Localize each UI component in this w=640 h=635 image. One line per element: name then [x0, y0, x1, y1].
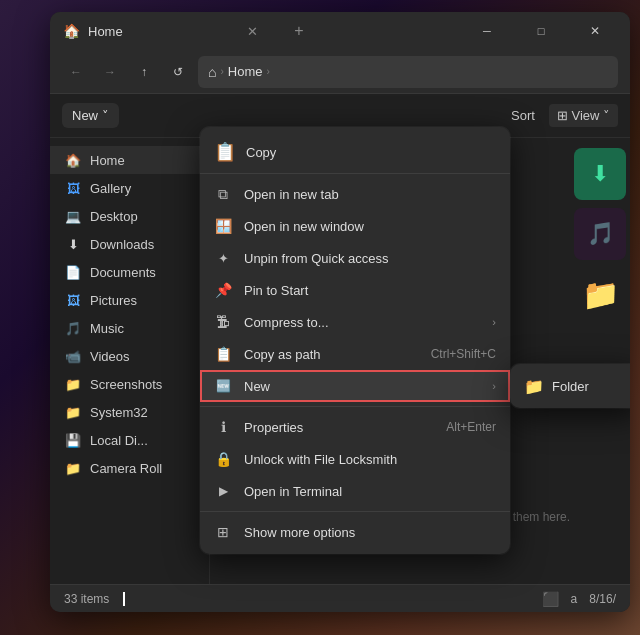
ctx-compress-to[interactable]: 🗜 Compress to... › [200, 306, 510, 338]
copy-top-icon: 📋 [214, 141, 236, 163]
sidebar-item-downloads[interactable]: ⬇ Downloads [50, 230, 209, 258]
sidebar-item-gallery[interactable]: 🖼 Gallery [50, 174, 209, 202]
sidebar-localdisk-label: Local Di... [90, 433, 148, 448]
open-new-tab-label: Open in new tab [244, 187, 496, 202]
file-explorer-window: 🏠 Home ✕ + ─ □ ✕ ← → ↑ ↺ ⌂ › Home › New … [50, 12, 630, 612]
ctx-open-new-tab[interactable]: ⧉ Open in new tab [200, 178, 510, 210]
sidebar-item-system32[interactable]: 📁 System32 [50, 398, 209, 426]
breadcrumb-sep2: › [267, 66, 270, 77]
unpin-label: Unpin from Quick access [244, 251, 496, 266]
address-breadcrumb[interactable]: ⌂ › Home › [198, 56, 618, 88]
sidebar: 🏠 Home 🖼 Gallery 💻 Desktop ⬇ Downloads 📄… [50, 138, 210, 584]
sidebar-item-videos[interactable]: 📹 Videos [50, 342, 209, 370]
statusbar-time: 8/16/ [589, 592, 616, 606]
up-button[interactable]: ↑ [130, 58, 158, 86]
ctx-show-more-options[interactable]: ⊞ Show more options [200, 516, 510, 548]
ctx-separator2 [200, 511, 510, 512]
sidebar-item-pictures[interactable]: 🖼 Pictures [50, 286, 209, 314]
view-label[interactable]: ⊞ View ˅ [549, 104, 618, 127]
generic-folder-icon: 📁 [582, 277, 619, 312]
folder-icon-folder[interactable]: 📁 [574, 268, 626, 320]
sidebar-desktop-label: Desktop [90, 209, 138, 224]
close-button[interactable]: ✕ [572, 15, 618, 47]
new-label: New ˅ [72, 108, 109, 123]
sidebar-system32-label: System32 [90, 405, 148, 420]
properties-label: Properties [244, 420, 434, 435]
localdisk-icon: 💾 [64, 431, 82, 449]
compress-icon: 🗜 [214, 313, 232, 331]
locksmith-icon: 🔒 [214, 450, 232, 468]
new-button[interactable]: New ˅ [62, 103, 119, 128]
ctx-copy-as-path[interactable]: 📋 Copy as path Ctrl+Shift+C [200, 338, 510, 370]
copy-path-label: Copy as path [244, 347, 419, 362]
breadcrumb-sep1: › [220, 66, 223, 77]
close-btn-x: ✕ [229, 15, 275, 47]
ctx-top-copy: 📋 Copy [200, 133, 510, 174]
ctx-properties[interactable]: ℹ Properties Alt+Enter [200, 411, 510, 443]
refresh-button[interactable]: ↺ [164, 58, 192, 86]
compress-arrow: › [492, 316, 496, 328]
more-options-label: Show more options [244, 525, 496, 540]
home-sidebar-icon: 🏠 [64, 151, 82, 169]
ctx-open-terminal[interactable]: ▶ Open in Terminal [200, 475, 510, 507]
new-tab-btn[interactable]: + [283, 15, 315, 47]
desktop-icon: 💻 [64, 207, 82, 225]
compress-label: Compress to... [244, 315, 480, 330]
open-new-window-icon: 🪟 [214, 217, 232, 235]
ctx-separator1 [200, 406, 510, 407]
music-icon: 🎵 [64, 319, 82, 337]
taskbar-icon: ⬛ [542, 591, 559, 607]
titlebar: 🏠 Home ✕ + ─ □ ✕ [50, 12, 630, 50]
ctx-open-new-window[interactable]: 🪟 Open in new window [200, 210, 510, 242]
back-button[interactable]: ← [62, 58, 90, 86]
sidebar-item-home[interactable]: 🏠 Home [50, 146, 209, 174]
sort-label[interactable]: Sort [503, 104, 543, 127]
folder-icon-download[interactable]: ⬇ [574, 148, 626, 200]
submenu-folder[interactable]: 📁 Folder [510, 370, 630, 402]
sidebar-music-label: Music [90, 321, 124, 336]
music-folder-icon: 🎵 [587, 221, 614, 247]
properties-icon: ℹ [214, 418, 232, 436]
system32-icon: 📁 [64, 403, 82, 421]
pin-to-start-label: Pin to Start [244, 283, 496, 298]
locksmith-label: Unlock with File Locksmith [244, 452, 496, 467]
sidebar-item-localdc[interactable]: 💾 Local Di... [50, 426, 209, 454]
items-count: 33 items [64, 592, 109, 606]
sidebar-cameraroll-label: Camera Roll [90, 461, 162, 476]
sidebar-item-documents[interactable]: 📄 Documents [50, 258, 209, 286]
pictures-icon: 🖼 [64, 291, 82, 309]
sidebar-item-screenshots[interactable]: 📁 Screenshots [50, 370, 209, 398]
videos-icon: 📹 [64, 347, 82, 365]
ctx-new[interactable]: 🆕 New › 📁 Folder [200, 370, 510, 402]
sidebar-item-music[interactable]: 🎵 Music [50, 314, 209, 342]
downloads-icon: ⬇ [64, 235, 82, 253]
screenshots-icon: 📁 [64, 375, 82, 393]
folder-icon-music[interactable]: 🎵 [574, 208, 626, 260]
more-options-icon: ⊞ [214, 523, 232, 541]
breadcrumb-home: Home [228, 64, 263, 79]
terminal-label: Open in Terminal [244, 484, 496, 499]
new-label: New [244, 379, 480, 394]
terminal-icon: ▶ [214, 482, 232, 500]
sidebar-item-desktop[interactable]: 💻 Desktop [50, 202, 209, 230]
window-icon: 🏠 [62, 22, 80, 40]
context-menu: 📋 Copy ⧉ Open in new tab 🪟 Open in new w… [200, 127, 510, 554]
pin-to-start-icon: 📌 [214, 281, 232, 299]
copy-top-label: Copy [246, 145, 276, 160]
open-new-window-label: Open in new window [244, 219, 496, 234]
sidebar-videos-label: Videos [90, 349, 130, 364]
unpin-icon: ✦ [214, 249, 232, 267]
addressbar: ← → ↑ ↺ ⌂ › Home › [50, 50, 630, 94]
forward-button[interactable]: → [96, 58, 124, 86]
sidebar-item-cameraroll[interactable]: 📁 Camera Roll [50, 454, 209, 482]
ctx-unpin-quick-access[interactable]: ✦ Unpin from Quick access [200, 242, 510, 274]
ctx-unlock-locksmith[interactable]: 🔒 Unlock with File Locksmith [200, 443, 510, 475]
new-icon: 🆕 [214, 377, 232, 395]
properties-shortcut: Alt+Enter [446, 420, 496, 434]
minimize-button[interactable]: ─ [464, 15, 510, 47]
maximize-button[interactable]: □ [518, 15, 564, 47]
ctx-pin-to-start[interactable]: 📌 Pin to Start [200, 274, 510, 306]
sidebar-documents-label: Documents [90, 265, 156, 280]
folder-icons-panel: ⬇ 🎵 📁 [574, 148, 630, 320]
new-arrow: › [492, 380, 496, 392]
